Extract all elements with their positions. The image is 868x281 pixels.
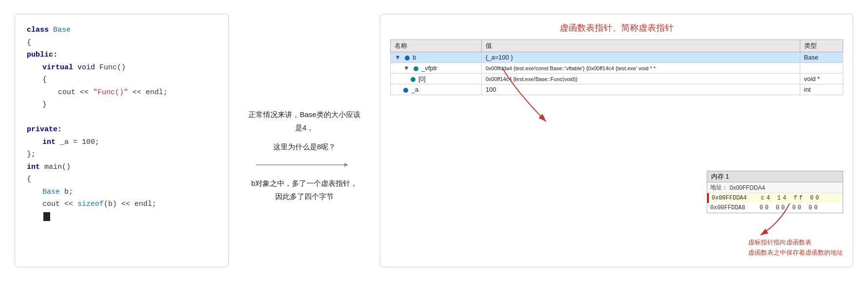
- row-name-b: ▼ b: [391, 52, 482, 63]
- var-a-label: _a: [412, 86, 418, 93]
- col-name: 名称: [391, 40, 482, 52]
- mem-addr-1: 0x00FFDDA4: [712, 195, 755, 201]
- row-value-vfptr: 0x00ffdda4 {test.exe!const Base::'vftabl…: [481, 63, 800, 74]
- code-brace: {: [27, 39, 31, 47]
- bottom-text1: 虚标指针指向虚函数表: [748, 238, 843, 248]
- row-name-vfptr: ▼ _vfptr: [391, 63, 482, 74]
- code-member-a: _a = 100;: [56, 138, 99, 146]
- row-value-a: 100: [481, 84, 800, 95]
- code-sizeof: sizeof: [77, 200, 104, 208]
- code-func-name: Func(): [99, 63, 126, 72]
- memory-address-row: 地址： 0x00FFDDA4: [707, 182, 843, 193]
- code-keyword-int: int: [42, 138, 56, 146]
- table-row: ▼ _vfptr 0x00ffdda4 {test.exe!const Base…: [391, 63, 843, 74]
- row-value-0: 0x00ff14c4 {test.exe!Base::Func(void)}: [481, 74, 800, 84]
- bottom-text2: 虚函数表之中保存着虚函数的地址: [748, 248, 843, 258]
- debug-table: 名称 值 类型 ▼ b {_a=100 } Base ▼: [390, 40, 843, 95]
- bottom-annotation: 虚标指针指向虚函数表 虚函数表之中保存着虚函数的地址: [748, 238, 843, 258]
- expand-icon: ▼: [395, 54, 401, 61]
- mem-addr-2: 0x00FFDDA8: [710, 204, 754, 211]
- code-type-void: void: [77, 63, 95, 72]
- row-type-0: void *: [800, 74, 843, 84]
- arrow-divider: [256, 161, 353, 169]
- teal-dot-0: [411, 77, 415, 82]
- col-type: 类型: [800, 40, 843, 52]
- row-type-vfptr: [800, 63, 843, 74]
- memory-title: 内存 1: [707, 171, 843, 182]
- code-var-b: b;: [60, 188, 73, 196]
- code-keyword-public: public:: [27, 51, 57, 59]
- annotation-text3: b对象之中，多了一个虚表指针，因此多了四个字节: [248, 177, 360, 203]
- mem-bytes-2: 00 00 00 00: [754, 204, 819, 211]
- memory-row-1: 0x00FFDDA4 c4 14 ff 00: [707, 193, 843, 203]
- code-sizeof-b: (b) << endl;: [104, 200, 156, 208]
- code-cout2: cout <<: [42, 200, 77, 208]
- annotation-text2: 这里为什么是8呢？: [273, 140, 336, 153]
- code-class-name: Base: [53, 26, 71, 34]
- code-keyword-private: private:: [27, 125, 62, 134]
- panel-title: 虚函数表指针、简称虚表指针: [390, 22, 843, 34]
- code-main: main(): [40, 163, 71, 171]
- code-end-class: };: [27, 150, 36, 159]
- text-cursor: [43, 212, 50, 221]
- index-0-label: [0]: [418, 75, 425, 82]
- code-base-type: Base: [42, 188, 60, 196]
- blue-dot: [405, 56, 410, 60]
- addr-value: 0x00FFDDA4: [730, 184, 765, 191]
- var-b-label: b: [413, 54, 416, 61]
- table-row: _a 100 int: [391, 84, 843, 95]
- row-value-b: {_a=100 }: [481, 52, 800, 63]
- memory-row-2: 0x00FFDDA8 00 00 00 00: [707, 203, 843, 213]
- svg-marker-1: [344, 163, 348, 167]
- table-row: [0] 0x00ff14c4 {test.exe!Base::Func(void…: [391, 74, 843, 84]
- row-type-b: Base: [800, 52, 843, 63]
- code-endl: << endl;: [128, 88, 168, 97]
- vfptr-label: _vfptr: [421, 64, 437, 72]
- memory-panel: 内存 1 地址： 0x00FFDDA4 0x00FFDDA4 c4 14 ff …: [707, 171, 843, 213]
- annotation-text1: 正常情况来讲，Base类的大小应该是4，: [248, 108, 360, 134]
- code-keyword-class: class: [27, 26, 49, 34]
- row-name-a: _a: [391, 84, 482, 95]
- code-panel: class Base { public: virtual void Func()…: [15, 14, 229, 267]
- code-keyword-int2: int: [27, 163, 40, 171]
- code-open-main: {: [27, 175, 31, 183]
- mem-bytes-1: c4 14 ff 00: [755, 195, 821, 201]
- code-close-brace1: }: [42, 100, 47, 109]
- table-row: ▼ b {_a=100 } Base: [391, 52, 843, 63]
- addr-label: 地址：: [710, 183, 728, 192]
- code-keyword-virtual: virtual: [42, 63, 73, 72]
- debug-panel: 虚函数表指针、简称虚表指针 名称 值 类型 ▼ b {_a=100 } Base: [380, 14, 853, 267]
- code-cout: cout <<: [58, 88, 93, 97]
- teal-dot: [414, 66, 418, 71]
- row-type-a: int: [800, 84, 843, 95]
- blue-dot-a: [403, 88, 408, 93]
- row-name-0: [0]: [391, 74, 482, 84]
- col-value: 值: [481, 40, 800, 52]
- expand-icon-vfptr: ▼: [403, 64, 410, 72]
- code-string-func: "Func()": [93, 88, 128, 97]
- middle-annotation: 正常情况来讲，Base类的大小应该是4， 这里为什么是8呢？ b对象之中，多了一…: [248, 79, 360, 203]
- code-open-brace: {: [42, 76, 47, 84]
